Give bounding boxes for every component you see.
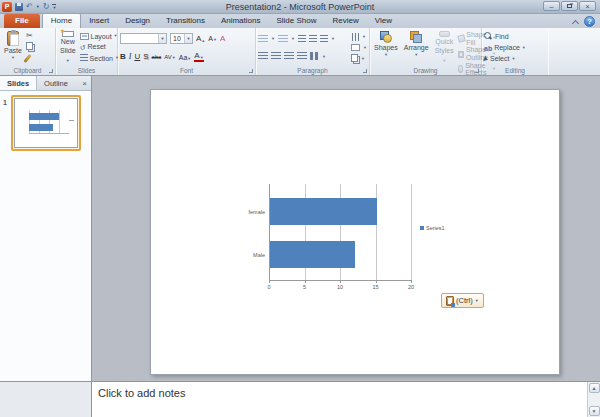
chart-legend: Series1 bbox=[420, 225, 445, 231]
help-button[interactable]: ? bbox=[584, 16, 595, 27]
columns-icon bbox=[310, 52, 319, 60]
notes-scrollbar[interactable]: ▲ ▼ bbox=[587, 382, 600, 417]
italic-button[interactable]: I bbox=[129, 53, 132, 61]
numbering-button[interactable]: ▼ bbox=[278, 35, 295, 43]
copy-button[interactable] bbox=[26, 42, 33, 50]
font-size-combo[interactable]: 10▼ bbox=[170, 33, 193, 44]
chevron-down-icon: ▼ bbox=[475, 298, 479, 303]
increase-indent-button[interactable] bbox=[309, 35, 317, 43]
notes-bar: Click to add notes ▲ ▼ bbox=[0, 381, 600, 417]
underline-button[interactable]: U bbox=[134, 53, 140, 61]
quick-styles-button[interactable]: Quick Styles ▼ bbox=[433, 30, 456, 65]
close-button[interactable]: × bbox=[579, 1, 596, 11]
paragraph-dialog-launcher-icon[interactable] bbox=[363, 69, 367, 73]
font-name-combo[interactable]: ▼ bbox=[120, 33, 167, 44]
tab-home[interactable]: Home bbox=[42, 13, 81, 28]
chart-bar-female[interactable] bbox=[270, 198, 377, 225]
legend-series-label: Series1 bbox=[426, 225, 445, 231]
cut-button[interactable]: ✂ bbox=[26, 32, 35, 40]
clipboard-group-label: Clipboard bbox=[0, 67, 55, 75]
notes-placeholder[interactable]: Click to add notes bbox=[92, 382, 587, 417]
tab-animations[interactable]: Animations bbox=[213, 14, 269, 28]
close-pane-button[interactable]: × bbox=[78, 76, 91, 90]
align-center-button[interactable] bbox=[271, 52, 281, 60]
clipboard-dialog-launcher-icon[interactable] bbox=[49, 69, 53, 73]
tab-view[interactable]: View bbox=[367, 14, 400, 28]
character-spacing-button[interactable]: AV▼ bbox=[164, 54, 176, 60]
bullets-button[interactable]: ▼ bbox=[258, 35, 275, 43]
clipboard-small-buttons: ✂ bbox=[26, 30, 35, 65]
paste-button[interactable]: Paste ▼ bbox=[2, 30, 24, 65]
align-text-button[interactable]: ▼ bbox=[351, 44, 367, 51]
chart-bar-male[interactable] bbox=[270, 241, 355, 268]
save-icon[interactable] bbox=[15, 3, 23, 11]
undo-dropdown-icon[interactable]: ▼ bbox=[36, 4, 40, 9]
strikethrough-button[interactable]: abc bbox=[152, 54, 162, 60]
decrease-indent-button[interactable] bbox=[298, 35, 306, 43]
slides-panel: Slides Outline × 1 bbox=[0, 76, 92, 381]
change-case-button[interactable]: Aa▼ bbox=[179, 54, 192, 61]
customize-qat-button[interactable]: ▼ bbox=[52, 4, 56, 10]
font-dialog-launcher-icon[interactable] bbox=[249, 69, 253, 73]
tab-file[interactable]: File bbox=[4, 14, 40, 28]
powerpoint-app-icon[interactable]: P bbox=[2, 2, 12, 12]
chart-tickmark bbox=[376, 280, 377, 283]
paragraph-group: ▼ ▼ ▼ ▼ ▼ ▼ ▼ Paragraph bbox=[256, 28, 370, 75]
tab-transitions[interactable]: Transitions bbox=[158, 14, 213, 28]
layout-button[interactable]: Layout▼ bbox=[80, 33, 119, 41]
format-painter-button[interactable] bbox=[23, 54, 31, 63]
shrink-font-button[interactable]: A▼ bbox=[208, 35, 217, 42]
scroll-down-icon[interactable]: ▼ bbox=[589, 406, 600, 416]
restore-button[interactable] bbox=[561, 1, 578, 11]
shapes-button[interactable]: Shapes▼ bbox=[372, 30, 400, 65]
drawing-dialog-launcher-icon[interactable] bbox=[475, 69, 479, 73]
redo-button[interactable]: ↻ bbox=[43, 3, 50, 11]
clear-formatting-button[interactable]: A bbox=[220, 35, 225, 43]
replace-button[interactable]: abReplace▼ bbox=[484, 44, 526, 52]
align-left-button[interactable] bbox=[258, 52, 268, 60]
chart-bar-row: female bbox=[269, 198, 411, 225]
text-direction-button[interactable]: ▼ bbox=[351, 33, 367, 41]
editing-group-label: Editing bbox=[482, 67, 548, 75]
slide-thumbnail-chart bbox=[29, 110, 69, 134]
text-shadow-button[interactable]: S bbox=[143, 53, 148, 61]
chart-plot[interactable]: female Male Series1 05101520 bbox=[269, 184, 411, 281]
font-color-button[interactable]: A▼ bbox=[194, 52, 203, 62]
select-button[interactable]: Select▼ bbox=[484, 55, 526, 63]
find-button[interactable]: Find bbox=[484, 32, 526, 41]
thumbnail-bar bbox=[29, 124, 53, 131]
justify-button[interactable] bbox=[297, 52, 307, 60]
legend-swatch bbox=[420, 226, 424, 230]
minimize-button[interactable]: – bbox=[543, 1, 560, 11]
arrange-button[interactable]: Arrange▼ bbox=[402, 30, 431, 65]
columns-button[interactable]: ▼ bbox=[310, 52, 326, 60]
font-group-label: Font bbox=[118, 67, 255, 75]
line-spacing-button[interactable]: ▼ bbox=[320, 35, 335, 43]
slide-thumbnail-selected[interactable] bbox=[11, 95, 81, 151]
tab-slides-pane[interactable]: Slides bbox=[0, 76, 37, 90]
bold-button[interactable]: B bbox=[120, 53, 126, 61]
align-text-icon bbox=[351, 44, 360, 51]
undo-button[interactable]: ↶ bbox=[26, 3, 33, 11]
convert-smartart-button[interactable]: ▼ bbox=[351, 54, 367, 62]
minimize-ribbon-icon[interactable] bbox=[572, 19, 579, 26]
section-button[interactable]: Section▼ bbox=[80, 54, 119, 62]
smartart-icon bbox=[351, 54, 358, 62]
arrange-icon bbox=[410, 31, 422, 43]
new-slide-label-2: Slide ▼ bbox=[60, 46, 76, 64]
slide-canvas[interactable]: female Male Series1 05101520 (Ctrl) bbox=[150, 89, 560, 375]
grow-font-button[interactable]: A▲ bbox=[196, 35, 205, 43]
tab-slide-show[interactable]: Slide Show bbox=[268, 14, 324, 28]
shape-outline-icon bbox=[458, 51, 464, 58]
paste-options-button[interactable]: (Ctrl) ▼ bbox=[441, 293, 484, 308]
paste-icon bbox=[7, 31, 19, 46]
tab-design[interactable]: Design bbox=[117, 14, 158, 28]
tab-review[interactable]: Review bbox=[324, 14, 366, 28]
scroll-up-icon[interactable]: ▲ bbox=[589, 383, 600, 393]
new-slide-button[interactable]: New Slide ▼ bbox=[58, 30, 78, 65]
tab-outline-pane[interactable]: Outline bbox=[37, 76, 75, 90]
align-right-button[interactable] bbox=[284, 52, 294, 60]
tab-insert[interactable]: Insert bbox=[81, 14, 117, 28]
notes-pane[interactable]: Click to add notes ▲ ▼ bbox=[92, 382, 600, 417]
reset-button[interactable]: ↺Reset bbox=[80, 43, 119, 51]
